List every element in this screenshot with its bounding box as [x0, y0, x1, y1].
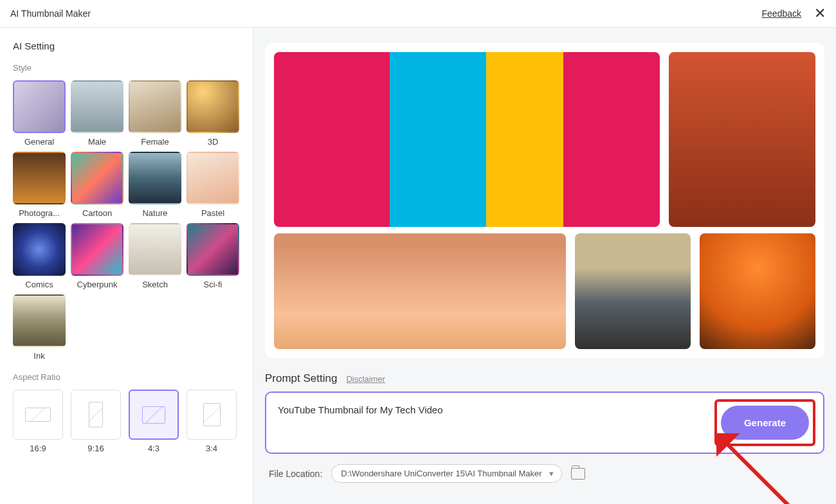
style-label: General: [24, 137, 54, 147]
style-option-comics[interactable]: Comics: [13, 223, 66, 289]
style-thumb: [129, 152, 181, 204]
style-option-male[interactable]: Male: [71, 80, 123, 147]
prompt-input[interactable]: [274, 399, 707, 438]
preview-thumbnail-5[interactable]: [700, 233, 815, 349]
preview-thumbnail-4[interactable]: [575, 233, 691, 349]
ai-setting-title: AI Setting: [13, 40, 240, 51]
file-location-label: File Location:: [269, 469, 322, 479]
style-thumb: [71, 223, 123, 276]
style-grid: GeneralMaleFemale3DPhotogra...CartoonNat…: [13, 80, 240, 361]
style-thumb: [186, 80, 239, 133]
ratio-box: [71, 390, 121, 440]
style-option-ink[interactable]: Ink: [13, 294, 66, 361]
ratio-option-16-9[interactable]: 16:9: [13, 390, 63, 453]
style-label: Ink: [33, 351, 44, 361]
style-label: Male: [88, 137, 106, 147]
style-label: Sci-fi: [204, 280, 223, 289]
file-location-select[interactable]: D:\Wondershare UniConverter 15\AI Thumbn…: [331, 464, 561, 483]
preview-thumbnail-3[interactable]: [274, 233, 566, 349]
style-label: Nature: [142, 208, 167, 218]
ratio-option-3-4[interactable]: 3:4: [186, 390, 237, 453]
style-option-sci-fi[interactable]: Sci-fi: [186, 223, 239, 289]
close-icon[interactable]: ✕: [814, 5, 826, 22]
prompt-setting-title: Prompt Setting: [265, 372, 337, 385]
ratio-option-4-3[interactable]: 4:3: [129, 390, 179, 453]
style-option-sketch[interactable]: Sketch: [129, 223, 181, 289]
style-label: Female: [141, 137, 168, 147]
disclaimer-link[interactable]: Disclaimer: [346, 374, 385, 384]
ratio-shape-icon: [203, 403, 221, 426]
generate-highlight: Generate: [714, 399, 815, 446]
style-option-general[interactable]: General: [13, 80, 66, 147]
style-option-female[interactable]: Female: [129, 80, 181, 147]
style-option-3d[interactable]: 3D: [186, 80, 239, 147]
style-option-cartoon[interactable]: Cartoon: [71, 152, 123, 218]
ratio-label: 3:4: [206, 444, 217, 453]
ratio-box: [13, 390, 63, 440]
ratio-shape-icon: [89, 402, 103, 428]
titlebar: AI Thumbnail Maker Feedback ✕: [0, 0, 836, 28]
style-label: Comics: [25, 280, 53, 289]
style-thumb: [71, 152, 123, 204]
ratio-shape-icon: [25, 408, 51, 422]
style-thumb: [13, 80, 66, 133]
prompt-section: Prompt Setting Disclaimer Generate: [265, 372, 824, 454]
style-thumb: [129, 80, 181, 133]
style-subtitle: Style: [13, 63, 240, 73]
style-label: Photogra...: [19, 208, 60, 218]
ratio-option-9-16[interactable]: 9:16: [71, 390, 121, 453]
style-option-photogra-[interactable]: Photogra...: [13, 152, 66, 218]
app-title: AI Thumbnail Maker: [10, 8, 91, 19]
ratio-box: [186, 390, 237, 440]
style-thumb: [71, 80, 123, 133]
aspect-ratio-subtitle: Aspect Ratio: [13, 372, 240, 382]
style-thumb: [186, 223, 239, 276]
aspect-ratio-grid: 16:99:164:33:4: [13, 390, 240, 453]
preview-thumbnail-1[interactable]: [274, 52, 660, 227]
ratio-label: 9:16: [87, 444, 104, 453]
file-location-row: File Location: D:\Wondershare UniConvert…: [265, 464, 824, 488]
style-label: Pastel: [201, 208, 224, 218]
style-label: Cyberpunk: [77, 280, 118, 289]
style-option-cyberpunk[interactable]: Cyberpunk: [71, 223, 123, 289]
preview-gallery: [265, 43, 824, 358]
ratio-shape-icon: [142, 406, 165, 424]
ratio-label: 16:9: [30, 444, 46, 453]
folder-icon[interactable]: [571, 468, 585, 480]
feedback-link[interactable]: Feedback: [762, 8, 801, 19]
style-thumb: [186, 152, 239, 204]
style-option-pastel[interactable]: Pastel: [186, 152, 239, 218]
style-thumb: [13, 223, 66, 276]
ratio-label: 4:3: [148, 444, 159, 453]
ratio-box: [129, 390, 179, 440]
preview-thumbnail-2[interactable]: [669, 52, 815, 227]
style-option-nature[interactable]: Nature: [129, 152, 181, 218]
style-label: 3D: [208, 137, 219, 147]
main-panel: Prompt Setting Disclaimer Generate File …: [253, 28, 836, 504]
sidebar: AI Setting Style GeneralMaleFemale3DPhot…: [0, 28, 253, 504]
style-thumb: [13, 294, 66, 347]
prompt-box: Generate: [265, 392, 824, 454]
generate-button[interactable]: Generate: [721, 406, 809, 440]
style-thumb: [13, 152, 66, 204]
style-label: Cartoon: [82, 208, 112, 218]
style-label: Sketch: [142, 280, 168, 289]
style-thumb: [129, 223, 181, 276]
